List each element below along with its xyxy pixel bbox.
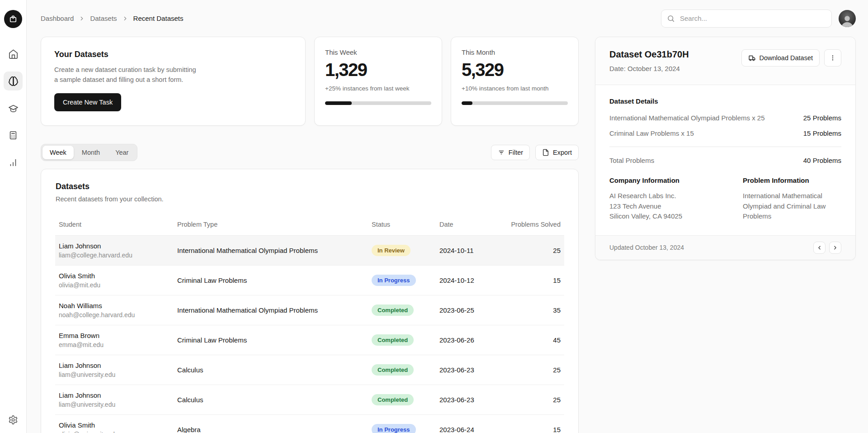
table-row[interactable]: Olivia Smitholivia@university.edu Algebr… xyxy=(55,415,564,433)
date-cell: 2023-06-25 xyxy=(439,306,503,314)
right-column: Dataset Oe31b70H Date: October 13, 2024 … xyxy=(595,37,856,260)
sidebar-item-home[interactable] xyxy=(4,44,23,63)
stat-card-week: This Week 1,329 +25% instances from last… xyxy=(314,37,442,126)
dataset-title: Dataset Oe31b70H xyxy=(609,49,689,60)
progress-fill xyxy=(462,101,472,105)
detail-item: International Mathematical Olympiad Prob… xyxy=(609,114,841,122)
problems-solved-cell: 45 xyxy=(503,336,561,344)
column-header-student: Student xyxy=(59,221,177,228)
search-box xyxy=(661,10,832,28)
your-datasets-card: Your Datasets Create a new dataset curat… xyxy=(41,37,306,126)
download-dataset-label: Download Dataset xyxy=(760,54,813,62)
breadcrumb-datasets[interactable]: Datasets xyxy=(90,14,117,22)
student-name: Noah Williams xyxy=(59,302,177,309)
search-input[interactable] xyxy=(679,14,826,23)
status-badge: Completed xyxy=(372,305,414,316)
status-badge: In Progress xyxy=(372,275,416,286)
problems-solved-cell: 25 xyxy=(503,247,561,254)
breadcrumb-dashboard[interactable]: Dashboard xyxy=(41,14,74,22)
more-options-button[interactable] xyxy=(824,49,841,67)
total-problems-label: Total Problems xyxy=(609,157,654,164)
promo-description-line1: Create a new dataset curation task by su… xyxy=(54,65,292,75)
promo-description-line2: a sample dataset and filling out a short… xyxy=(54,75,292,85)
progress-track xyxy=(462,101,568,105)
total-problems-value: 40 Problems xyxy=(803,157,841,164)
table-header-block: Datasets Recent datasets from your colle… xyxy=(41,182,578,203)
tab-week[interactable]: Week xyxy=(42,146,74,159)
period-tabs: Week Month Year xyxy=(41,144,137,161)
detail-item-value: 25 Problems xyxy=(803,114,841,122)
problem-information-heading: Problem Information xyxy=(743,176,841,184)
tab-year[interactable]: Year xyxy=(108,146,136,159)
company-city: Silicon Valley, CA 94025 xyxy=(609,211,743,222)
problem-type-cell: Algebra xyxy=(177,426,372,433)
sidebar-item-analytics[interactable] xyxy=(4,153,23,172)
export-button[interactable]: Export xyxy=(535,145,579,160)
datasets-table: Student Problem Type Status Date Problem… xyxy=(55,214,564,433)
dataset-date: Date: October 13, 2024 xyxy=(609,65,689,72)
stat-label: This Week xyxy=(325,48,431,56)
sidebar-item-education[interactable] xyxy=(4,99,23,118)
student-email: olivia@mit.edu xyxy=(59,281,177,289)
stat-delta: +25% instances from last week xyxy=(325,85,431,92)
download-dataset-button[interactable]: Download Dataset xyxy=(741,49,820,67)
problems-solved-cell: 35 xyxy=(503,306,561,314)
table-subtitle: Recent datasets from your collection. xyxy=(56,195,564,203)
chevron-right-icon xyxy=(79,15,85,22)
filter-button[interactable]: Filter xyxy=(491,145,530,160)
status-badge: In Review xyxy=(372,245,410,256)
next-dataset-button[interactable] xyxy=(829,242,841,254)
chevron-right-icon xyxy=(832,245,838,251)
export-label: Export xyxy=(553,149,572,156)
problem-information: Problem Information International Mathem… xyxy=(743,176,841,222)
calculator-icon xyxy=(8,130,18,140)
table-row[interactable]: Liam Johnsonliam@university.edu Calculus… xyxy=(55,355,564,385)
chevron-left-icon xyxy=(816,245,822,251)
gear-icon xyxy=(8,415,18,425)
problem-type-cell: International Mathematical Olympiad Prob… xyxy=(177,306,372,314)
sidebar-item-settings[interactable] xyxy=(8,415,18,425)
sidebar-item-datasets[interactable] xyxy=(4,71,23,90)
updated-timestamp: Updated October 13, 2024 xyxy=(609,244,684,251)
breadcrumb: Dashboard Datasets Recent Datasets xyxy=(41,14,183,22)
info-columns: Company Information AI Research Labs Inc… xyxy=(609,176,841,222)
student-email: liam@university.edu xyxy=(59,401,177,408)
student-email: liam@college.harvard.edu xyxy=(59,252,177,259)
problem-type-cell: Calculus xyxy=(177,396,372,404)
table-row[interactable]: Liam Johnsonliam@university.edu Calculus… xyxy=(55,385,564,415)
table-row[interactable]: Olivia Smitholivia@mit.edu Criminal Law … xyxy=(55,266,564,295)
stat-value: 1,329 xyxy=(325,60,431,80)
status-badge: Completed xyxy=(372,394,414,405)
problems-solved-cell: 25 xyxy=(503,396,561,404)
sidebar-item-calculator[interactable] xyxy=(4,126,23,145)
summary-cards-row: Your Datasets Create a new dataset curat… xyxy=(41,37,579,126)
search-icon xyxy=(667,14,675,23)
stat-card-month: This Month 5,329 +10% instances from las… xyxy=(451,37,579,126)
app-root: Dashboard Datasets Recent Datasets xyxy=(0,0,868,433)
home-icon xyxy=(8,49,19,59)
student-email: olivia@university.edu xyxy=(59,431,177,433)
user-avatar[interactable] xyxy=(839,10,856,27)
table-row[interactable]: Emma Brownemma@mit.edu Criminal Law Prob… xyxy=(55,325,564,355)
date-cell: 2023-06-26 xyxy=(439,336,503,344)
detail-item-label: Criminal Law Problems x 15 xyxy=(609,129,694,137)
problem-type-cell: Criminal Law Problems xyxy=(177,336,372,344)
toolbar-actions: Filter Export xyxy=(491,145,579,160)
table-row[interactable]: Liam Johnsonliam@college.harvard.edu Int… xyxy=(55,236,564,266)
stat-label: This Month xyxy=(462,48,568,56)
table-row[interactable]: Noah Williamsnoah@college.harvard.edu In… xyxy=(55,295,564,325)
date-cell: 2023-06-23 xyxy=(439,396,503,404)
datasets-table-card: Datasets Recent datasets from your colle… xyxy=(41,169,579,433)
tab-month[interactable]: Month xyxy=(75,146,107,159)
filter-label: Filter xyxy=(509,149,523,156)
sidebar-nav xyxy=(4,44,23,172)
create-new-task-button[interactable]: Create New Task xyxy=(54,93,121,111)
student-name: Emma Brown xyxy=(59,332,177,339)
column-header-date: Date xyxy=(439,221,503,228)
previous-dataset-button[interactable] xyxy=(813,242,826,254)
detail-item-value: 15 Problems xyxy=(803,129,841,137)
graduation-cap-icon xyxy=(8,103,19,114)
kebab-menu-icon xyxy=(829,54,836,62)
app-logo[interactable] xyxy=(4,10,22,28)
student-name: Olivia Smith xyxy=(59,272,177,280)
